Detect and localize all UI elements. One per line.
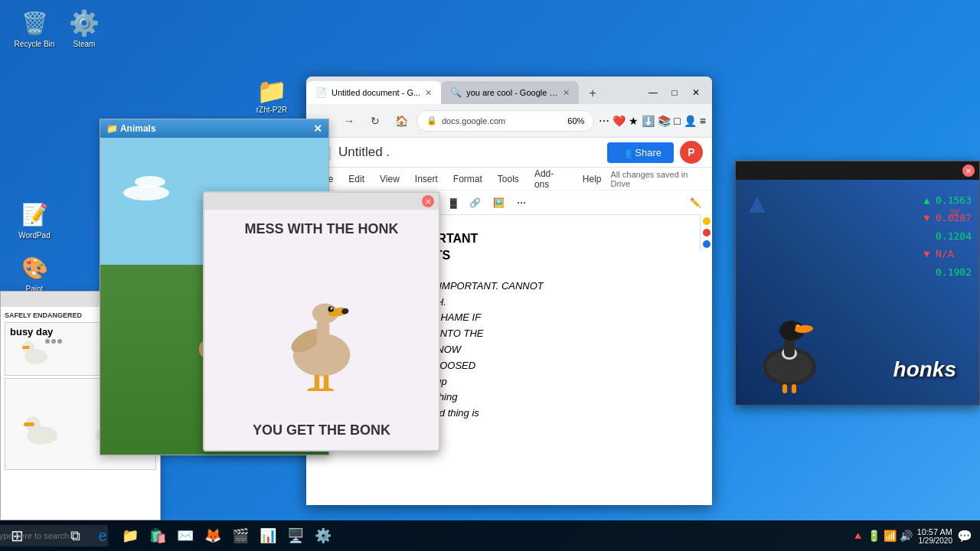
taskbar-search-area[interactable] bbox=[34, 522, 61, 549]
menu-edit[interactable]: Edit bbox=[342, 172, 371, 186]
toolbar-more[interactable]: ⋯ bbox=[512, 196, 531, 210]
maximize-button[interactable]: □ bbox=[665, 84, 684, 101]
docs-title: Untitled . bbox=[338, 145, 390, 160]
taskbar-firefox[interactable]: 🦊 bbox=[199, 522, 227, 549]
wordpad-icon[interactable]: 📝 WordPad bbox=[8, 199, 61, 240]
ext-icon-1[interactable]: ⋯ bbox=[599, 115, 609, 127]
taskbar-store[interactable]: 🛍️ bbox=[144, 522, 172, 549]
svg-rect-20 bbox=[315, 375, 320, 390]
folder-close-button[interactable]: ✕ bbox=[313, 122, 322, 135]
honks-label: honks bbox=[893, 357, 956, 382]
taskbar-mail[interactable]: ✉️ bbox=[172, 522, 199, 549]
toolbar-pencil[interactable]: ✏️ bbox=[685, 196, 706, 210]
new-tab-button[interactable]: + bbox=[582, 83, 603, 104]
goose-popup-close[interactable]: ✕ bbox=[422, 195, 434, 207]
taskbar-task-view[interactable]: ⧉ bbox=[61, 522, 89, 549]
autosave-status: All changes saved in Drive bbox=[611, 170, 707, 188]
folder-rzht-p2r[interactable]: 📁 rZht-P2R bbox=[245, 77, 299, 114]
svg-rect-33 bbox=[792, 384, 796, 393]
svg-rect-32 bbox=[782, 384, 787, 393]
tab-docs[interactable]: 📄 Untitled document - G... ✕ bbox=[306, 81, 441, 104]
menu-addons[interactable]: Add-ons bbox=[528, 167, 573, 191]
taskbar: ⊞ ⧉ e 📁 🛍️ ✉️ 🦊 🎬 📊 🖥️ ⚙️ 🔺 🔋 📶 🔊 10:57 … bbox=[0, 520, 980, 551]
svg-point-23 bbox=[319, 388, 334, 391]
taskbar-edge[interactable]: e bbox=[89, 522, 116, 549]
sidebar-dot-yellow[interactable] bbox=[703, 217, 710, 225]
ext-icon-6[interactable]: □ bbox=[674, 115, 680, 127]
recycle-bin-icon[interactable]: 🗑️ Recycle Bin bbox=[8, 8, 61, 48]
honks-titlebar: ✕ bbox=[736, 161, 979, 180]
goose-text-top: MESS WITH THE HONK bbox=[245, 221, 399, 237]
ext-icon-3[interactable]: ★ bbox=[629, 115, 639, 127]
tab-search[interactable]: 🔍 you are cool - Google S... ✕ bbox=[441, 81, 579, 104]
menu-help[interactable]: Help bbox=[577, 172, 608, 186]
ext-icon-8[interactable]: ≡ bbox=[700, 115, 706, 127]
taskbar-davinci[interactable]: 🎬 bbox=[227, 522, 254, 549]
address-bar[interactable]: 🔒 docs.google.com 60% bbox=[416, 110, 594, 132]
goose-popup-titlebar: ✕ bbox=[204, 193, 439, 210]
svg-rect-14 bbox=[316, 319, 329, 351]
ext-icon-4[interactable]: ⬇️ bbox=[642, 115, 655, 127]
taskbar-right-area: 🔺 🔋 📶 🔊 10:57 AM 1/29/2020 💬 bbox=[851, 527, 980, 545]
svg-rect-2 bbox=[22, 346, 30, 349]
wifi-icon[interactable]: 📶 bbox=[884, 530, 897, 542]
ext-icon-2[interactable]: ❤️ bbox=[612, 115, 626, 127]
stock-numbers: ▲ 0.1563 ▼ 0.0287 0.1204 ▼ N/A 0.1902 bbox=[923, 191, 972, 281]
tab-search-close[interactable]: ✕ bbox=[563, 88, 570, 98]
window-controls: — □ ✕ bbox=[637, 84, 712, 104]
honks-content: ▲ ▼ ▲ bbox=[736, 180, 979, 405]
tray-icon-1[interactable]: 🔺 bbox=[851, 530, 864, 542]
desktop: 🗑️ Recycle Bin ⚙️ Steam 📁 rZht-P2R 🖼️ SM… bbox=[0, 0, 980, 551]
svg-point-30 bbox=[795, 324, 800, 329]
share-button[interactable]: 👥 Share bbox=[607, 142, 674, 163]
honks-window: ✕ ▲ ▼ ▲ bbox=[735, 161, 980, 406]
refresh-button[interactable]: ↻ bbox=[364, 110, 386, 132]
forward-button[interactable]: → bbox=[338, 110, 360, 132]
browser-titlebar: 📄 Untitled document - G... ✕ 🔍 you are c… bbox=[306, 77, 712, 104]
battery-icon[interactable]: 🔋 bbox=[867, 530, 880, 542]
docs-menubar: File Edit View Insert Format Tools Add-o… bbox=[306, 168, 712, 191]
taskbar-explorer[interactable]: 📁 bbox=[116, 522, 144, 549]
user-avatar[interactable]: P bbox=[680, 141, 703, 164]
svg-point-3 bbox=[45, 339, 50, 344]
extension-icons: ⋯ ❤️ ★ ⬇️ 📚 □ 👤 ≡ bbox=[599, 115, 706, 127]
svg-point-31 bbox=[798, 325, 799, 327]
honks-close-button[interactable]: ✕ bbox=[962, 165, 975, 177]
svg-point-22 bbox=[307, 388, 322, 391]
sidebar-dot-red[interactable] bbox=[703, 229, 710, 236]
toolbar-link[interactable]: 🔗 bbox=[465, 196, 485, 210]
address-bar-area: ← → ↻ 🏠 🔒 docs.google.com 60% ⋯ ❤️ ★ ⬇️ … bbox=[306, 104, 712, 138]
taskbar-excel[interactable]: 📊 bbox=[254, 522, 282, 549]
menu-format[interactable]: Format bbox=[447, 172, 488, 186]
goose-meme-popup: ✕ MESS WITH THE HONK bbox=[203, 191, 440, 452]
docs-header: 📄 Untitled . 👥 Share P bbox=[306, 138, 712, 168]
system-tray-icons: 🔺 🔋 📶 🔊 bbox=[851, 530, 913, 542]
taskbar-settings-app[interactable]: ⚙️ bbox=[309, 522, 337, 549]
paint-icon[interactable]: 🎨 Paint bbox=[8, 253, 61, 293]
steam-icon[interactable]: ⚙️ Steam bbox=[57, 8, 111, 48]
volume-icon[interactable]: 🔊 bbox=[900, 530, 913, 542]
notification-center[interactable]: 💬 bbox=[957, 529, 972, 543]
svg-point-5 bbox=[57, 339, 62, 344]
menu-view[interactable]: View bbox=[374, 172, 406, 186]
menu-tools[interactable]: Tools bbox=[492, 172, 525, 186]
minimize-button[interactable]: — bbox=[643, 84, 663, 101]
svg-point-4 bbox=[51, 339, 56, 344]
svg-point-19 bbox=[331, 308, 333, 310]
home-button[interactable]: 🏠 bbox=[390, 110, 412, 132]
tab-docs-close[interactable]: ✕ bbox=[425, 88, 432, 98]
ext-icon-5[interactable]: 📚 bbox=[658, 115, 671, 127]
clock-area[interactable]: 10:57 AM 1/29/2020 bbox=[917, 527, 952, 545]
close-button[interactable]: ✕ bbox=[686, 84, 706, 101]
sidebar-dot-blue[interactable] bbox=[703, 240, 710, 248]
ext-icon-7[interactable]: 👤 bbox=[684, 115, 697, 127]
goose-meme-content: MESS WITH THE HONK bbox=[204, 210, 439, 450]
menu-insert[interactable]: Insert bbox=[409, 172, 444, 186]
taskbar-remote[interactable]: 🖥️ bbox=[282, 522, 309, 549]
goose-image-area bbox=[268, 243, 375, 416]
goose-text-bottom: YOU GET THE BONK bbox=[253, 422, 390, 439]
toolbar-highlight[interactable]: ▓ bbox=[445, 196, 462, 210]
svg-rect-8 bbox=[24, 422, 34, 426]
toolbar-image[interactable]: 🖼️ bbox=[488, 196, 509, 210]
svg-rect-21 bbox=[324, 375, 329, 390]
